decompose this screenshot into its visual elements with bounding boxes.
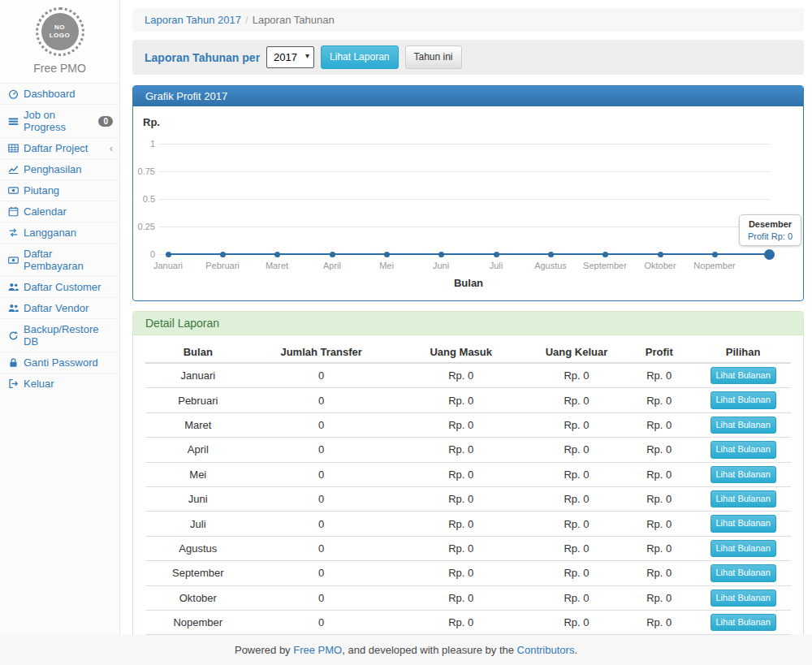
sidebar-item-label: Penghasilan bbox=[24, 163, 82, 175]
sidebar-item-job-on-progress[interactable]: Job on Progress 0 bbox=[0, 104, 119, 137]
cell-jumlah-transfer: 0 bbox=[251, 561, 392, 585]
cell-profit: Rp. 0 bbox=[623, 486, 695, 511]
view-month-button[interactable]: Lihat Bulanan bbox=[710, 367, 776, 384]
view-month-button[interactable]: Lihat Bulanan bbox=[710, 441, 776, 458]
cell-uang-masuk: Rp. 0 bbox=[392, 512, 530, 536]
x-tick-label: Juni bbox=[433, 261, 449, 270]
sidebar-item-daftar-project[interactable]: Daftar Project ‹ bbox=[0, 137, 119, 158]
sidebar-item-daftar-customer[interactable]: Daftar Customer bbox=[0, 276, 119, 297]
chart-tooltip: Desember Profit Rp: 0 bbox=[739, 214, 801, 246]
table-row: September 0 Rp. 0 Rp. 0 Rp. 0 Lihat Bula… bbox=[145, 561, 791, 585]
cell-profit: Rp. 0 bbox=[623, 412, 695, 437]
data-point-juni[interactable] bbox=[438, 252, 444, 257]
chart-x-axis-title: Bulan bbox=[454, 277, 483, 289]
y-tick-label: 1 bbox=[133, 139, 155, 149]
header-pilihan: Pilihan bbox=[695, 342, 791, 363]
cell-jumlah-transfer: 0 bbox=[251, 536, 392, 560]
sidebar-item-label: Langganan bbox=[24, 227, 76, 239]
footer: Powered by Free PMO, and developed with … bbox=[0, 635, 812, 665]
data-point-maret[interactable] bbox=[274, 252, 280, 257]
year-select[interactable]: 2017 bbox=[266, 46, 314, 68]
sidebar-item-langganan[interactable]: Langganan bbox=[0, 222, 119, 243]
cell-bulan: Juni bbox=[145, 486, 251, 511]
sidebar-item-label: Daftar Customer bbox=[24, 281, 101, 293]
chevron-left-icon: ‹ bbox=[110, 143, 113, 153]
view-month-button[interactable]: Lihat Bulanan bbox=[710, 614, 776, 631]
money-icon bbox=[6, 185, 20, 196]
footer-link-contributors[interactable]: Contributors bbox=[517, 644, 575, 656]
sign-out-icon bbox=[6, 378, 20, 389]
monthly-report-table: Bulan Jumlah Transfer Uang Masuk Uang Ke… bbox=[145, 342, 791, 665]
view-report-button[interactable]: Lihat Laporan bbox=[321, 45, 398, 69]
sidebar-item-penghasilan[interactable]: Penghasilan bbox=[0, 158, 119, 179]
data-point-juli[interactable] bbox=[494, 252, 499, 257]
detail-panel-body: Bulan Jumlah Transfer Uang Masuk Uang Ke… bbox=[133, 335, 803, 665]
sidebar-item-daftar-pembayaran[interactable]: Daftar Pembayaran bbox=[0, 243, 119, 276]
year-select-wrap: 2017 bbox=[266, 46, 314, 68]
view-month-button[interactable]: Lihat Bulanan bbox=[710, 417, 776, 434]
cell-bulan: Januari bbox=[145, 363, 251, 388]
cell-jumlah-transfer: 0 bbox=[251, 412, 392, 437]
x-tick-label: Oktober bbox=[644, 261, 676, 270]
data-point-september[interactable] bbox=[603, 252, 608, 257]
view-month-button[interactable]: Lihat Bulanan bbox=[710, 540, 776, 557]
cell-uang-keluar: Rp. 0 bbox=[530, 561, 623, 585]
x-tick-label: Agustus bbox=[534, 261, 567, 270]
data-point-nopember[interactable] bbox=[712, 252, 718, 257]
data-point-januari[interactable] bbox=[166, 252, 171, 257]
sidebar-nav: Dashboard Job on Progress 0 Daftar Proje… bbox=[0, 83, 119, 394]
retweet-icon bbox=[6, 227, 20, 238]
view-month-button[interactable]: Lihat Bulanan bbox=[710, 589, 776, 607]
y-tick-label: 0.5 bbox=[133, 194, 155, 204]
cell-profit: Rp. 0 bbox=[623, 388, 695, 412]
cell-profit: Rp. 0 bbox=[623, 561, 695, 585]
cell-profit: Rp. 0 bbox=[623, 438, 695, 462]
profit-series-line bbox=[168, 253, 769, 255]
cell-uang-keluar: Rp. 0 bbox=[530, 610, 623, 634]
data-point-mei[interactable] bbox=[384, 252, 390, 257]
cell-bulan: Pebruari bbox=[145, 388, 251, 412]
view-month-button[interactable]: Lihat Bulanan bbox=[710, 515, 776, 532]
detail-panel-title: Detail Laporan bbox=[133, 312, 803, 335]
report-filter-bar: Laporan Tahunan per 2017 Lihat Laporan T… bbox=[132, 40, 804, 75]
breadcrumb-link[interactable]: Laporan Tahun 2017 bbox=[145, 14, 241, 26]
sidebar-item-daftar-vendor[interactable]: Daftar Vendor bbox=[0, 297, 119, 318]
cell-profit: Rp. 0 bbox=[623, 585, 695, 610]
view-month-button[interactable]: Lihat Bulanan bbox=[710, 391, 776, 408]
table-row: Januari 0 Rp. 0 Rp. 0 Rp. 0 Lihat Bulana… bbox=[145, 363, 791, 388]
sidebar-item-keluar[interactable]: Keluar bbox=[0, 373, 119, 394]
sidebar-item-ganti-password[interactable]: Ganti Password bbox=[0, 352, 119, 373]
cell-profit: Rp. 0 bbox=[623, 462, 695, 486]
sidebar-item-label: Job on Progress bbox=[24, 109, 98, 133]
header-uang-keluar: Uang Keluar bbox=[530, 342, 623, 363]
sidebar-item-backup-restore-db[interactable]: Backup/Restore DB bbox=[0, 318, 119, 352]
cell-uang-masuk: Rp. 0 bbox=[392, 363, 530, 388]
x-tick-label: Pebruari bbox=[205, 261, 240, 270]
view-month-button[interactable]: Lihat Bulanan bbox=[710, 490, 776, 507]
data-point-desember-highlighted[interactable] bbox=[764, 249, 775, 260]
breadcrumb: Laporan Tahun 2017/Laporan Tahunan bbox=[132, 8, 804, 32]
x-tick-label: Nopember bbox=[693, 261, 735, 270]
view-month-button[interactable]: Lihat Bulanan bbox=[710, 564, 776, 581]
sidebar-item-calendar[interactable]: Calendar bbox=[0, 201, 119, 222]
this-year-button[interactable]: Tahun ini bbox=[405, 45, 462, 69]
data-point-oktober[interactable] bbox=[658, 252, 663, 257]
data-point-agustus[interactable] bbox=[548, 252, 554, 257]
data-point-april[interactable] bbox=[330, 252, 335, 257]
brand-name: Free PMO bbox=[0, 62, 119, 75]
data-point-pebruari[interactable] bbox=[220, 252, 226, 257]
chart-line-icon bbox=[6, 164, 20, 175]
cell-uang-masuk: Rp. 0 bbox=[392, 388, 530, 412]
cell-uang-masuk: Rp. 0 bbox=[392, 438, 530, 462]
gridline bbox=[159, 199, 770, 200]
view-month-button[interactable]: Lihat Bulanan bbox=[710, 466, 776, 483]
x-tick-label: Mei bbox=[379, 261, 394, 270]
job-count-badge: 0 bbox=[98, 116, 113, 127]
y-tick-label: 0.75 bbox=[133, 166, 155, 176]
users-icon bbox=[6, 303, 20, 313]
footer-link-free-pmo[interactable]: Free PMO bbox=[293, 644, 342, 656]
table-row: Mei 0 Rp. 0 Rp. 0 Rp. 0 Lihat Bulanan bbox=[145, 462, 791, 486]
sidebar-item-piutang[interactable]: Piutang bbox=[0, 179, 119, 201]
header-profit: Profit bbox=[623, 342, 695, 363]
sidebar-item-dashboard[interactable]: Dashboard bbox=[0, 83, 119, 104]
